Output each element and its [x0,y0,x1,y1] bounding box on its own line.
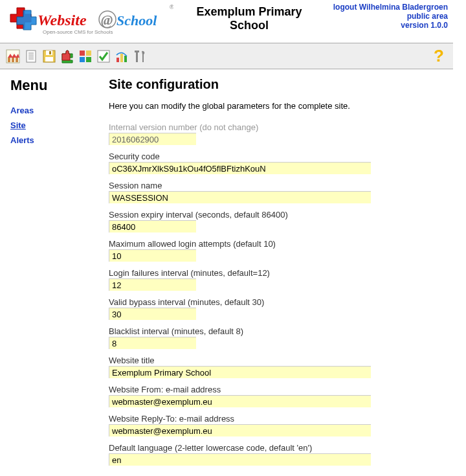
field-label: Website Reply-To: e-mail address [109,414,443,424]
svg-rect-31 [135,51,139,52]
field-input[interactable] [109,366,371,378]
field-label: Website title [109,356,443,365]
field: Blacklist interval (minutes, default 8) [109,326,443,349]
sidebar-item-areas[interactable]: Areas [10,106,98,115]
svg-rect-20 [49,51,51,54]
field-input[interactable] [109,220,196,232]
field-label: Website From: e-mail address [109,385,443,394]
field-label: Session expiry interval (seconds, defaul… [109,210,443,220]
svg-rect-13 [27,51,36,62]
logout-link[interactable]: logout Wilhelmina Bladergroen [333,3,448,12]
logo[interactable]: Website @ School ® Open-source CMS for S… [5,3,180,40]
field-input[interactable] [109,249,196,262]
field-input[interactable] [109,162,371,174]
field-label: Valid bypass interval (minutes, default … [109,297,443,307]
page-title: Site configuration [109,77,443,92]
field-label: Security code [109,152,443,161]
sidebar: Menu AreasSiteAlerts [0,69,104,476]
field: Valid bypass interval (minutes, default … [109,297,443,320]
toolbar: ? [0,43,453,69]
field-input[interactable] [109,453,371,466]
school-name: Exemplum Primary School [180,3,318,32]
stats-icon[interactable] [114,49,129,64]
field: Default language (2-letter lowercase cod… [109,443,443,466]
field: Internal version number (do not change) [109,122,443,145]
logo-area: Website @ School ® Open-source CMS for S… [5,3,180,40]
svg-rect-27 [116,58,119,62]
title-area: Exemplum Primary School [180,3,318,32]
field-input[interactable] [109,278,196,291]
svg-rect-22 [80,51,85,56]
field-input[interactable] [109,337,196,349]
check-icon[interactable] [96,49,111,64]
save-icon[interactable] [41,49,57,64]
field-label: Blacklist interval (minutes, default 8) [109,326,443,336]
svg-rect-25 [86,57,91,62]
field: Website Reply-To: e-mail address [109,414,443,436]
svg-rect-9 [16,58,18,62]
svg-text:@: @ [101,12,113,28]
svg-rect-23 [86,51,91,56]
svg-rect-28 [120,54,123,62]
modules-icon[interactable] [78,49,93,64]
sidebar-item-site[interactable]: Site [10,120,98,130]
field: Website title [109,356,443,378]
svg-rect-30 [136,51,138,62]
content: Site configuration Here you can modify t… [104,69,453,476]
field-label: Internal version number (do not change) [109,122,443,132]
field-label: Default language (2-letter lowercase cod… [109,443,443,453]
puzzle-icon[interactable] [60,49,75,64]
field: Maximum allowed login attempts (default … [109,239,443,262]
field: Session name [109,181,443,203]
field-label: Maximum allowed login attempts (default … [109,239,443,249]
menu-title: Menu [10,77,98,94]
svg-rect-7 [8,58,10,62]
field-input [109,133,196,145]
header: Website @ School ® Open-source CMS for S… [0,0,453,43]
svg-text:Website: Website [38,12,87,28]
home-icon[interactable] [5,49,21,64]
svg-rect-29 [124,56,127,62]
svg-text:School: School [116,12,157,28]
svg-text:Open-source CMS for Schools: Open-source CMS for Schools [43,29,113,35]
page-intro: Here you can modify the global parameter… [109,101,443,111]
field-input[interactable] [109,308,196,320]
svg-rect-8 [12,58,14,62]
field-input[interactable] [109,395,371,407]
public-area-link[interactable]: public area [407,12,448,21]
document-icon[interactable] [23,49,39,64]
svg-rect-21 [45,57,53,62]
field: Website From: e-mail address [109,385,443,407]
field-input[interactable] [109,191,371,203]
toolbar-left [5,49,148,64]
field: Security code [109,152,443,174]
field: Session expiry interval (seconds, defaul… [109,210,443,232]
field-label: Session name [109,181,443,190]
svg-text:®: ® [170,4,173,10]
sidebar-item-alerts[interactable]: Alerts [10,135,98,145]
field: Login failures interval (minutes, defaul… [109,268,443,291]
user-area: logout Wilhelmina Bladergroen public are… [318,3,448,30]
tools-icon[interactable] [132,49,148,64]
version-label: version 1.0.0 [401,21,448,30]
field-input[interactable] [109,424,371,436]
field-label: Login failures interval (minutes, defaul… [109,268,443,278]
svg-rect-24 [80,57,85,62]
help-icon[interactable]: ? [430,46,448,66]
